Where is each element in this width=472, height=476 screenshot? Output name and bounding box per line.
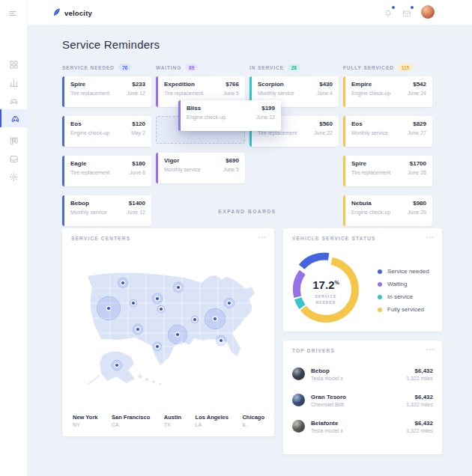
service-date: May 2 xyxy=(131,130,145,135)
vehicle-card[interactable]: Spire $233 Tire replacement June 12 xyxy=(62,76,151,107)
vehicle-card[interactable]: Vigor $690 Monthly service June 5 xyxy=(156,153,245,183)
vehicle-card[interactable]: Empire $542 Engine check-up June 24 xyxy=(343,76,432,107)
service-date: June 12 xyxy=(256,115,275,120)
legend-item: Service needed xyxy=(378,265,429,278)
legend-color-dot xyxy=(378,282,382,287)
map-marker[interactable] xyxy=(97,296,121,320)
vehicle-card[interactable]: Spire $1700 Tire replacement June 28 xyxy=(343,156,432,186)
driver-name: Bebop xyxy=(311,367,406,374)
map-marker[interactable] xyxy=(133,324,143,335)
map-marker[interactable] xyxy=(130,299,137,307)
map-marker[interactable] xyxy=(118,278,128,288)
service-date: June 28 xyxy=(408,170,426,175)
driver-car-photo xyxy=(292,367,305,380)
more-menu-icon[interactable] xyxy=(426,342,435,353)
service-date: June 22 xyxy=(314,130,333,135)
legend-label: Service needed xyxy=(387,268,429,275)
logo[interactable]: velocity xyxy=(52,6,92,19)
sidebar-item-gear[interactable] xyxy=(0,168,27,186)
hawaii-shape xyxy=(139,375,162,385)
grid-icon xyxy=(9,60,19,70)
donut-segment-waiting[interactable] xyxy=(297,272,303,297)
sidebar xyxy=(0,0,28,476)
legend-label: Waiting xyxy=(387,281,407,287)
column-header: FULLY SERVICED 115 xyxy=(343,62,432,73)
sidebar-item-kanban[interactable] xyxy=(0,132,27,150)
vehicle-name: Eos xyxy=(351,120,363,127)
service-price: $829 xyxy=(413,120,426,127)
driver-miles: 1,322 miles xyxy=(406,428,433,433)
service-date: June 4 xyxy=(317,91,333,96)
column-label: IN SERVICE xyxy=(249,65,284,70)
service-date: June 24 xyxy=(408,91,426,96)
vehicle-card[interactable]: Eagle $180 Tire replacement June 6 xyxy=(62,156,151,186)
map-marker[interactable] xyxy=(224,298,235,308)
sidebar-item-grid[interactable] xyxy=(0,55,27,73)
legend-color-dot xyxy=(378,308,382,312)
map-marker[interactable] xyxy=(191,316,199,323)
driver-row[interactable]: Belafonte Tesla model x $6,432 1,322 mil… xyxy=(292,413,433,439)
donut-segment-service-needed[interactable] xyxy=(302,256,329,266)
vehicle-name: Spire xyxy=(351,160,366,167)
sidebar-item-car-service[interactable] xyxy=(0,109,28,127)
donut-segment-in-service[interactable] xyxy=(298,299,303,307)
map-marker[interactable] xyxy=(216,335,226,346)
vehicle-name: Spire xyxy=(70,81,85,88)
service-centers-panel: SERVICE CENTERS New York NY xyxy=(62,228,274,436)
city-state: TX xyxy=(164,422,181,427)
city-name: Chicago xyxy=(242,414,264,421)
dragged-card[interactable]: Bliss $199 Engine check-up June 12 xyxy=(178,100,281,131)
mail-icon[interactable] xyxy=(402,7,411,16)
app-window: velocity Service Reminders SERVICE NEEDE… xyxy=(0,0,472,476)
notification-dot xyxy=(392,6,395,9)
service-type: Engine check-up xyxy=(351,91,390,96)
chart-legend: Service needed Waiting In service Fully … xyxy=(378,265,429,316)
vehicle-name: Scorpion xyxy=(258,81,284,88)
map-marker[interactable] xyxy=(153,342,162,351)
driver-vehicle: Tesla model x xyxy=(311,376,406,381)
map-marker[interactable] xyxy=(168,325,187,344)
map-marker[interactable] xyxy=(157,305,165,313)
car-service-icon xyxy=(10,114,20,123)
vehicle-card[interactable]: Eos $829 Monthly service June 27 xyxy=(343,116,432,147)
menu-icon[interactable] xyxy=(8,7,19,18)
city-item: Austin TX xyxy=(164,414,181,427)
more-menu-icon[interactable] xyxy=(426,230,435,240)
legend-item: Waiting xyxy=(378,278,429,290)
us-map xyxy=(62,242,274,403)
column-label: SERVICE NEEDED xyxy=(62,65,115,70)
bell-icon[interactable] xyxy=(384,7,393,16)
service-price: $690 xyxy=(226,157,239,164)
city-state: CA xyxy=(112,422,150,427)
gear-icon xyxy=(9,172,19,182)
driver-row[interactable]: Gran Tesoro Chevrolet Bolt $6,432 1,322 … xyxy=(292,387,433,413)
sidebar-item-bar-chart[interactable] xyxy=(0,73,27,91)
driver-row[interactable]: Bebop Tesla model x $6,432 1,322 miles xyxy=(292,361,433,387)
expand-boards-button[interactable]: EXPAND BOARDS xyxy=(62,209,432,214)
service-date: June 27 xyxy=(408,130,426,135)
service-price: $980 xyxy=(413,200,426,207)
sidebar-item-car[interactable] xyxy=(0,91,27,109)
vehicle-name: Bliss xyxy=(187,105,201,112)
service-type: Tire replacement xyxy=(258,130,297,135)
column-cards: Empire $542 Engine check-up June 24 Eos … xyxy=(343,76,432,226)
logo-text: velocity xyxy=(64,9,92,17)
service-type: Monthly service xyxy=(258,91,294,96)
vehicle-name: Eagle xyxy=(70,160,86,167)
column-cards: Spire $233 Tire replacement June 12 Eos … xyxy=(62,76,151,226)
service-type: Tire replacement xyxy=(70,170,109,175)
user-avatar[interactable] xyxy=(421,5,435,19)
map-marker[interactable] xyxy=(152,293,163,304)
main-content: Service Reminders SERVICE NEEDED 76 Spir… xyxy=(27,25,472,476)
column-count-badge: 28 xyxy=(288,64,300,71)
kanban-icon xyxy=(9,136,19,146)
vehicle-card[interactable]: Eos $120 Engine check-up May 2 xyxy=(62,116,151,147)
legend-item: In service xyxy=(378,290,429,303)
map-marker[interactable] xyxy=(173,282,184,293)
city-name: Los Angeles xyxy=(196,414,229,421)
map-marker[interactable] xyxy=(205,308,226,329)
map-marker[interactable] xyxy=(112,360,122,370)
sidebar-item-inbox[interactable] xyxy=(0,150,27,168)
donut-segment-fully-serviced[interactable] xyxy=(303,261,355,319)
more-menu-icon[interactable] xyxy=(258,230,267,240)
